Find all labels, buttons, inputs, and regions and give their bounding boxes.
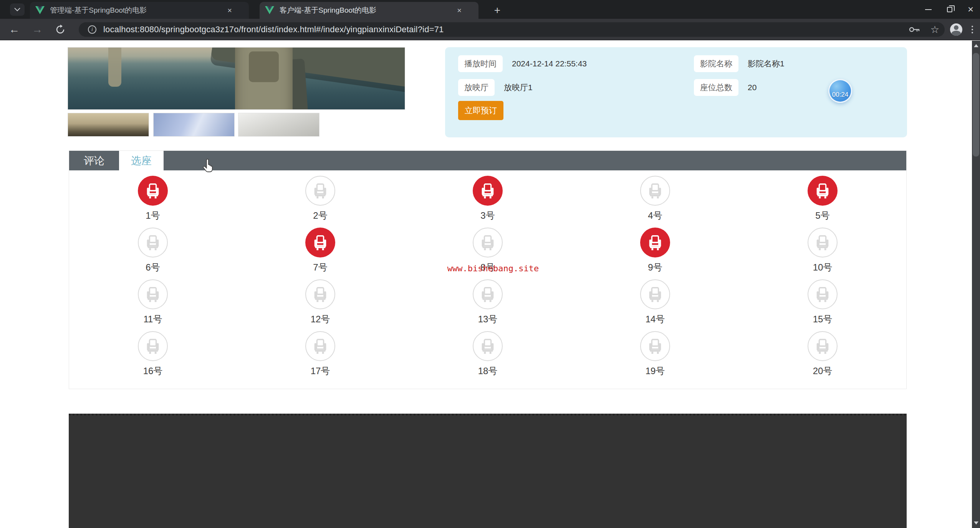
field-value: 影院名称1 xyxy=(748,58,785,69)
seat-available-icon xyxy=(305,331,335,361)
field-screening-hall: 放映厅 放映厅1 xyxy=(458,79,533,96)
seat-4号[interactable]: 4号 xyxy=(571,176,739,228)
seat-label: 15号 xyxy=(813,313,833,325)
password-key-icon[interactable] xyxy=(909,26,920,33)
armchair-icon xyxy=(144,337,162,355)
tab-seat-select[interactable]: 选座 xyxy=(119,151,164,170)
reload-button[interactable] xyxy=(51,21,69,38)
armchair-icon xyxy=(311,337,329,355)
new-tab-button[interactable]: + xyxy=(491,4,504,17)
armchair-icon xyxy=(311,234,329,251)
tab-close-icon[interactable]: × xyxy=(224,5,235,16)
seat-19号[interactable]: 19号 xyxy=(571,331,739,383)
seat-label: 11号 xyxy=(144,313,162,325)
seat-11号[interactable]: 11号 xyxy=(69,279,237,331)
seat-label: 1号 xyxy=(146,210,160,222)
seat-available-icon xyxy=(808,228,838,257)
scroll-up-arrow[interactable] xyxy=(972,41,980,51)
seat-16号[interactable]: 16号 xyxy=(69,331,237,383)
window-close-button[interactable]: × xyxy=(960,0,980,19)
armchair-icon xyxy=(646,182,664,200)
chevron-down-icon xyxy=(14,8,20,12)
field-label: 座位总数 xyxy=(694,79,738,96)
field-value: 2024-12-14 22:55:43 xyxy=(512,59,587,68)
scroll-down-arrow[interactable] xyxy=(972,518,980,528)
field-cinema-name: 影院名称 影院名称1 xyxy=(694,55,785,72)
seat-label: 13号 xyxy=(478,313,498,325)
back-button[interactable]: ← xyxy=(5,21,23,38)
browser-tab-client[interactable]: 客户端-基于SpringBoot的电影 × xyxy=(260,2,478,19)
seat-label: 20号 xyxy=(813,365,833,377)
seat-available-icon xyxy=(473,279,503,309)
tab-search-button[interactable] xyxy=(10,3,25,16)
content-tabbar: 评论 选座 xyxy=(69,151,906,170)
seat-available-icon xyxy=(640,331,670,361)
movie-thumbnail-1[interactable] xyxy=(68,113,149,137)
browser-menu-button[interactable] xyxy=(968,24,976,35)
seat-15号[interactable]: 15号 xyxy=(739,279,906,331)
movie-thumbnail-3[interactable] xyxy=(238,113,319,137)
seat-13号[interactable]: 13号 xyxy=(404,279,571,331)
seat-12号[interactable]: 12号 xyxy=(237,279,404,331)
site-info-icon[interactable]: i xyxy=(88,25,96,34)
address-bar[interactable]: i localhost:8080/springbootgca3z17o/fron… xyxy=(79,22,945,37)
browser-toolbar: ← → i localhost:8080/springbootgca3z17o/… xyxy=(0,19,980,40)
book-now-button[interactable]: 立即预订 xyxy=(458,101,503,120)
field-label: 放映厅 xyxy=(458,79,495,96)
seat-6号[interactable]: 6号 xyxy=(69,228,237,279)
seat-label: 7号 xyxy=(313,261,327,274)
armchair-icon xyxy=(311,182,329,200)
movie-thumbnail-2[interactable] xyxy=(153,113,235,137)
vertical-scrollbar[interactable] xyxy=(972,41,980,528)
armchair-icon xyxy=(144,182,162,200)
seat-selection-card: 评论 选座 1号2号3号4号5号6号7号8号9号10号11号12号13号14号1… xyxy=(69,150,907,389)
seat-8号[interactable]: 8号 xyxy=(404,228,571,279)
tab-close-icon[interactable]: × xyxy=(454,5,465,16)
seat-label: 18号 xyxy=(478,365,498,377)
seat-occupied-icon xyxy=(305,228,335,257)
seat-label: 6号 xyxy=(146,261,160,274)
seat-label: 14号 xyxy=(646,313,665,325)
armchair-icon xyxy=(814,182,831,200)
tab-title: 客户端-基于SpringBoot的电影 xyxy=(280,5,449,15)
close-icon: × xyxy=(968,3,973,15)
seat-2号[interactable]: 2号 xyxy=(237,176,404,228)
armchair-icon xyxy=(144,285,162,303)
field-play-time: 播放时间 2024-12-14 22:55:43 xyxy=(458,55,587,72)
seat-label: 12号 xyxy=(311,313,330,325)
seat-label: 4号 xyxy=(648,210,662,222)
seat-14号[interactable]: 14号 xyxy=(571,279,739,331)
browser-tab-strip: 管理端-基于SpringBoot的电影 × 客户端-基于SpringBoot的电… xyxy=(0,0,980,19)
timer-value: 00:24 xyxy=(832,91,849,102)
seat-18号[interactable]: 18号 xyxy=(404,331,571,383)
seat-label: 9号 xyxy=(648,261,662,274)
bookmark-star-icon[interactable]: ☆ xyxy=(930,24,939,36)
seat-5号[interactable]: 5号 xyxy=(739,176,906,228)
seat-9号[interactable]: 9号 xyxy=(571,228,739,279)
url-text[interactable]: localhost:8080/springbootgca3z17o/front/… xyxy=(103,25,444,35)
profile-avatar[interactable] xyxy=(950,23,962,36)
browser-tab-admin[interactable]: 管理端-基于SpringBoot的电影 × xyxy=(30,2,249,19)
seat-available-icon xyxy=(808,279,838,309)
page-footer xyxy=(69,414,907,528)
seat-3号[interactable]: 3号 xyxy=(404,176,571,228)
seat-1号[interactable]: 1号 xyxy=(69,176,237,228)
armchair-icon xyxy=(814,285,831,303)
seat-17号[interactable]: 17号 xyxy=(237,331,404,383)
seat-available-icon xyxy=(138,279,168,309)
window-minimize-button[interactable] xyxy=(918,0,939,19)
window-restore-button[interactable] xyxy=(939,0,960,19)
seat-occupied-icon xyxy=(808,176,838,206)
seat-10号[interactable]: 10号 xyxy=(739,228,906,279)
tab-comments[interactable]: 评论 xyxy=(69,151,119,170)
seat-20号[interactable]: 20号 xyxy=(739,331,906,383)
seat-label: 17号 xyxy=(311,365,330,377)
forward-button[interactable]: → xyxy=(28,21,46,38)
scrollbar-thumb[interactable] xyxy=(973,53,979,157)
armchair-icon xyxy=(479,182,497,200)
seat-label: 2号 xyxy=(313,210,327,222)
seat-label: 5号 xyxy=(815,210,829,222)
armchair-icon xyxy=(144,234,162,251)
movie-photo-main[interactable] xyxy=(68,47,405,110)
seat-7号[interactable]: 7号 xyxy=(237,228,404,279)
